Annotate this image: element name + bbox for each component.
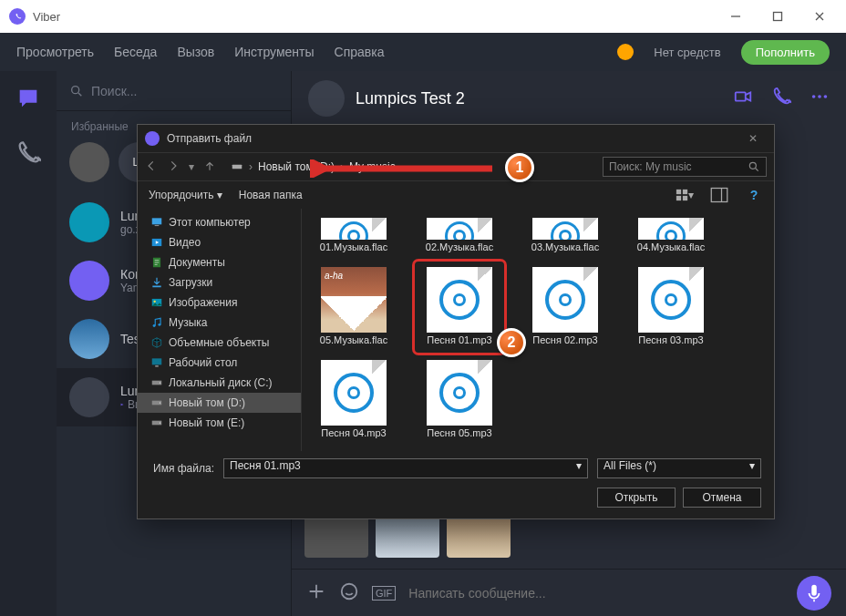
- svg-point-20: [154, 301, 156, 303]
- avatar-icon: [69, 202, 109, 242]
- menu-call[interactable]: Вызов: [177, 45, 214, 59]
- message-composer: GIF: [292, 569, 846, 616]
- sidebar-item[interactable]: Этот компьютер: [138, 212, 301, 232]
- file-item[interactable]: Песня 01.mp3: [417, 263, 502, 351]
- sidebar-item[interactable]: Новый том (E:): [138, 413, 301, 433]
- file-item[interactable]: 03.Музыка.flac: [522, 214, 608, 258]
- user-avatar-icon[interactable]: [617, 44, 634, 60]
- breadcrumb-folder[interactable]: My music: [349, 160, 396, 173]
- menu-tools[interactable]: Инструменты: [234, 45, 314, 59]
- svg-point-1: [72, 86, 79, 93]
- menu-view[interactable]: Просмотреть: [16, 45, 94, 59]
- sidebar-item[interactable]: Видео: [138, 232, 301, 252]
- window-title: Viber: [33, 10, 60, 24]
- svg-point-30: [160, 422, 160, 423]
- file-item[interactable]: Песня 02.mp3: [522, 263, 608, 351]
- balance-label: Нет средств: [654, 46, 720, 59]
- file-item[interactable]: Песня 05.mp3: [417, 356, 502, 444]
- minimize-button[interactable]: [715, 2, 757, 31]
- avatar-icon: [69, 377, 109, 417]
- nav-forward-icon[interactable]: [167, 159, 180, 175]
- svg-rect-24: [155, 365, 159, 367]
- svg-rect-11: [676, 196, 681, 200]
- voice-call-icon[interactable]: [771, 87, 791, 110]
- menu-help[interactable]: Справка: [335, 45, 385, 59]
- dialog-close-button[interactable]: ✕: [739, 132, 767, 145]
- cancel-button[interactable]: Отмена: [683, 488, 761, 508]
- svg-rect-14: [152, 218, 162, 224]
- sidebar-rail: [0, 71, 57, 616]
- emoji-icon[interactable]: [339, 581, 359, 605]
- svg-point-26: [160, 382, 160, 383]
- svg-rect-13: [711, 189, 727, 202]
- filename-field[interactable]: Песня 01.mp3▾: [223, 458, 588, 478]
- dialog-nav-bar: ▾ › Новый том (D:) › My music Поиск: My …: [138, 152, 774, 181]
- svg-rect-2: [736, 92, 746, 100]
- sidebar-item[interactable]: Документы: [138, 252, 301, 272]
- file-item[interactable]: 02.Музыка.flac: [417, 214, 502, 258]
- open-button[interactable]: Открыть: [597, 488, 676, 508]
- filename-label: Имя файла:: [150, 462, 214, 475]
- top-up-button[interactable]: Пополнить: [741, 40, 830, 65]
- sidebar-item[interactable]: Локальный диск (C:): [138, 373, 301, 393]
- dialog-toolbar: Упорядочить ▾ Новая папка ▾ ?: [138, 181, 774, 209]
- favorite-contact[interactable]: [69, 142, 109, 182]
- sidebar-item[interactable]: Изображения: [138, 293, 301, 313]
- gif-icon[interactable]: GIF: [372, 586, 396, 601]
- open-file-dialog: Отправить файл ✕ ▾ › Новый том (D:) › My…: [137, 124, 775, 519]
- message-input[interactable]: [408, 586, 784, 601]
- dialog-search-field[interactable]: Поиск: My music: [603, 157, 767, 177]
- maximize-button[interactable]: [757, 2, 799, 31]
- svg-point-22: [158, 323, 160, 326]
- sidebar-item[interactable]: Музыка: [138, 313, 301, 333]
- view-mode-icon[interactable]: ▾: [676, 187, 694, 203]
- attach-plus-icon[interactable]: [306, 581, 326, 605]
- breadcrumb-drive[interactable]: Новый том (D:): [258, 160, 335, 173]
- sidebar-item[interactable]: Загрузки: [138, 272, 301, 293]
- organize-button[interactable]: Упорядочить ▾: [149, 189, 222, 201]
- svg-rect-10: [683, 190, 687, 194]
- svg-point-3: [812, 95, 816, 98]
- video-call-icon[interactable]: [733, 87, 753, 110]
- chats-tab-icon[interactable]: [12, 82, 45, 115]
- dialog-search-placeholder: Поиск: My music: [609, 160, 692, 173]
- file-filter-field[interactable]: All Files (*)▾: [597, 458, 761, 478]
- file-item[interactable]: 04.Музыка.flac: [628, 214, 714, 258]
- menu-chat[interactable]: Беседа: [114, 45, 157, 59]
- svg-rect-23: [152, 358, 162, 364]
- svg-point-4: [818, 95, 821, 98]
- chat-title: Lumpics Test 2: [356, 89, 465, 108]
- svg-point-28: [160, 402, 160, 403]
- help-icon[interactable]: ?: [745, 187, 763, 203]
- avatar-icon: [69, 319, 109, 359]
- annotation-bubble-2: 2: [497, 328, 526, 357]
- svg-rect-15: [155, 225, 160, 226]
- preview-pane-icon[interactable]: [710, 187, 728, 203]
- close-button[interactable]: [799, 2, 841, 31]
- breadcrumb[interactable]: › Новый том (D:) › My music: [225, 159, 401, 175]
- avatar-icon: [69, 261, 109, 301]
- file-item[interactable]: Песня 04.mp3: [311, 356, 397, 444]
- voice-record-button[interactable]: [797, 576, 831, 611]
- dialog-file-list: 01.Музыка.flac02.Музыка.flac03.Музыка.fl…: [302, 209, 774, 451]
- file-item[interactable]: 05.Музыка.flac: [311, 263, 397, 351]
- drive-icon: [231, 160, 243, 173]
- dialog-footer: Имя файла: Песня 01.mp3▾ All Files (*)▾ …: [138, 451, 774, 518]
- nav-back-icon[interactable]: [145, 159, 158, 175]
- file-item[interactable]: 01.Музыка.flac: [311, 214, 397, 258]
- search-field[interactable]: Поиск...: [57, 71, 291, 111]
- sidebar-item[interactable]: Рабочий стол: [138, 353, 301, 373]
- svg-point-21: [153, 324, 156, 327]
- sidebar-item[interactable]: Новый том (D:): [138, 393, 301, 413]
- sidebar-item[interactable]: Объемные объекты: [138, 333, 301, 353]
- new-folder-button[interactable]: Новая папка: [239, 189, 303, 201]
- calls-tab-icon[interactable]: [12, 137, 45, 169]
- chat-avatar-icon[interactable]: [308, 80, 345, 117]
- file-item[interactable]: Песня 03.mp3: [628, 263, 714, 351]
- svg-point-5: [824, 95, 828, 98]
- svg-rect-7: [232, 165, 242, 169]
- svg-rect-18: [152, 286, 160, 288]
- nav-up-icon[interactable]: [203, 159, 216, 175]
- viber-logo-icon: [9, 8, 26, 25]
- chat-menu-icon[interactable]: [810, 87, 830, 110]
